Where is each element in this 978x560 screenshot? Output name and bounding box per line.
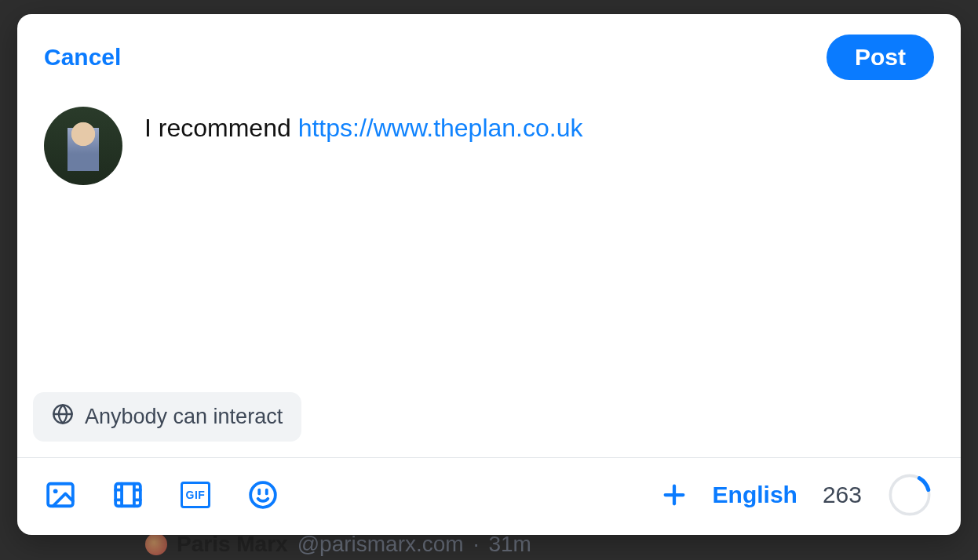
svg-point-10 [250, 482, 276, 507]
video-icon[interactable] [113, 480, 143, 510]
globe-icon [52, 403, 74, 431]
char-count: 263 [823, 482, 862, 508]
char-progress-ring [887, 472, 932, 518]
feed-time: 31m [488, 532, 531, 557]
compose-textarea[interactable]: I recommend https://www.theplan.co.uk [144, 107, 934, 264]
toolbar-left: GIF [46, 480, 278, 510]
svg-rect-3 [115, 484, 140, 507]
svg-point-2 [53, 489, 58, 493]
audience-selector[interactable]: Anybody can interact [33, 392, 301, 442]
feed-display-name: Paris Marx [177, 532, 288, 557]
feed-handle: @parismarx.com [297, 532, 464, 557]
feed-avatar [145, 533, 167, 555]
add-thread-button[interactable] [661, 482, 688, 508]
cancel-button[interactable]: Cancel [44, 44, 121, 71]
emoji-icon[interactable] [248, 480, 278, 510]
compose-link: https://www.theplan.co.uk [298, 114, 583, 142]
gif-icon[interactable]: GIF [181, 482, 210, 508]
compose-modal: Cancel Post I recommend https://www.thep… [17, 14, 961, 535]
modal-header: Cancel Post [17, 14, 961, 88]
background-feed-row: Paris Marx @parismarx.com · 31m [145, 532, 531, 557]
image-icon[interactable] [46, 480, 75, 510]
svg-rect-1 [48, 484, 73, 507]
toolbar-right: English 263 [661, 472, 932, 518]
language-selector[interactable]: English [713, 482, 797, 508]
compose-toolbar: GIF English 263 [17, 458, 961, 535]
post-button[interactable]: Post [827, 35, 934, 80]
user-avatar[interactable] [44, 107, 122, 185]
audience-row: Anybody can interact [17, 392, 961, 457]
audience-label: Anybody can interact [85, 405, 283, 429]
compose-text-prefix: I recommend [144, 114, 298, 142]
svg-point-16 [887, 472, 932, 518]
compose-area: I recommend https://www.theplan.co.uk [17, 88, 961, 392]
feed-sep: · [473, 532, 480, 557]
